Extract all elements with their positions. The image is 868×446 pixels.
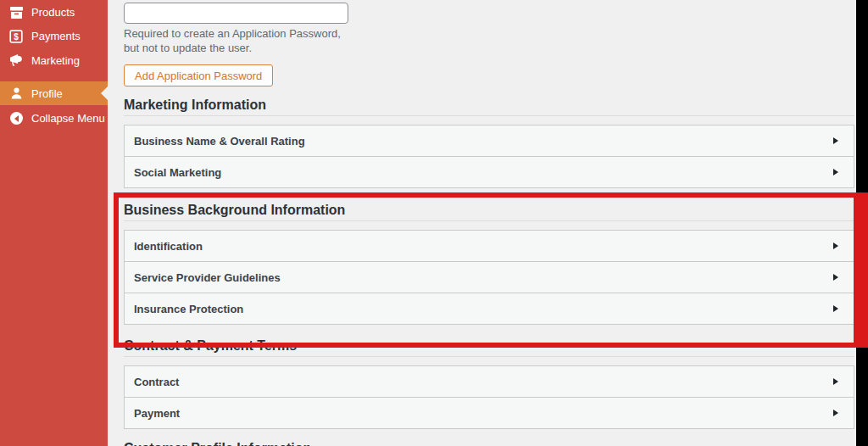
accordion-row-label: Service Provider Guidelines xyxy=(134,271,281,284)
accordion-row[interactable]: Social Marketing xyxy=(124,156,854,188)
accordion-row-label: Business Name & Overall Rating xyxy=(134,135,305,148)
section-title: Contract & Payment Terms xyxy=(124,337,854,357)
section-marketing-information: Marketing Information Business Name & Ov… xyxy=(124,97,854,188)
main-content: Required to create an Application Passwo… xyxy=(108,0,868,446)
sidebar-item-payments[interactable]: $ Payments xyxy=(0,24,108,48)
section-title: Business Background Information xyxy=(124,202,854,221)
accordion-row[interactable]: Contract xyxy=(124,365,854,398)
sidebar: Products $ Payments Marketing xyxy=(0,0,108,446)
accordion-group: IdentificationService Provider Guideline… xyxy=(124,230,854,325)
sidebar-item-label: Collapse Menu xyxy=(31,112,105,125)
chevron-right-icon xyxy=(833,243,838,249)
accordion-group: Business Name & Overall RatingSocial Mar… xyxy=(124,125,854,188)
chevron-right-icon xyxy=(833,305,838,312)
accordion-row[interactable]: Service Provider Guidelines xyxy=(124,261,854,293)
section-contract-payment-terms: Contract & Payment Terms ContractPayment xyxy=(124,337,854,429)
accordion-row[interactable]: Payment xyxy=(124,397,854,429)
accordion-group: ContractPayment xyxy=(124,365,854,429)
accordion-row-label: Payment xyxy=(134,407,180,420)
sidebar-item-collapse-menu[interactable]: Collapse Menu xyxy=(0,106,108,131)
accordion-row-label: Social Marketing xyxy=(134,166,221,179)
helper-text: Required to create an Application Passwo… xyxy=(124,26,354,55)
megaphone-icon xyxy=(8,53,24,69)
accordion-row[interactable]: Insurance Protection xyxy=(124,293,854,325)
accordion-row[interactable]: Business Name & Overall Rating xyxy=(124,125,854,157)
accordion-row[interactable]: Identification xyxy=(124,230,854,262)
section-title-customer-profile: Customer Profile Information xyxy=(124,440,311,446)
products-box-icon xyxy=(8,5,24,20)
chevron-right-icon xyxy=(833,169,838,176)
chevron-right-icon xyxy=(833,378,838,385)
application-password-input[interactable] xyxy=(124,3,348,24)
add-application-password-button[interactable]: Add Application Password xyxy=(124,64,273,86)
sidebar-item-label: Marketing xyxy=(31,54,80,67)
payments-dollar-icon: $ xyxy=(8,29,24,44)
sidebar-item-label: Products xyxy=(31,6,75,19)
accordion-row-label: Insurance Protection xyxy=(134,303,243,315)
sidebar-item-label: Profile xyxy=(31,87,63,100)
section-title: Marketing Information xyxy=(124,97,854,116)
admin-page: Products $ Payments Marketing xyxy=(0,0,868,446)
sidebar-item-marketing[interactable]: Marketing xyxy=(0,48,108,73)
chevron-right-icon xyxy=(833,274,838,281)
sidebar-item-label: Payments xyxy=(31,30,81,42)
accordion-row-label: Contract xyxy=(134,376,179,388)
svg-text:$: $ xyxy=(14,31,19,41)
collapse-arrow-icon xyxy=(8,111,24,126)
chevron-right-icon xyxy=(833,137,838,144)
user-icon xyxy=(8,86,24,101)
section-business-background-information: Business Background Information Identifi… xyxy=(124,202,854,325)
accordion-row-label: Identification xyxy=(134,240,203,253)
sidebar-item-products[interactable]: Products xyxy=(0,0,108,25)
chevron-right-icon xyxy=(833,410,838,416)
sidebar-item-profile[interactable]: Profile xyxy=(0,81,108,105)
